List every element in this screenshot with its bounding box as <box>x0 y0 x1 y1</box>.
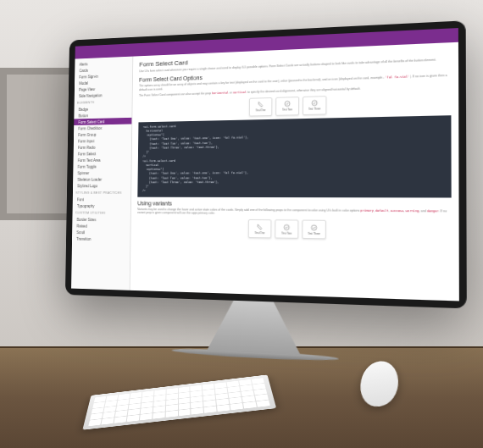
room-background: AlertsCardsForm Sign-inModalPage ViewSid… <box>0 0 483 448</box>
card-label: Test One <box>255 231 265 235</box>
sidebar-item-skeleton-loader[interactable]: Skeleton Loader <box>73 176 130 183</box>
code-block: <wi-form-select-card horizontal :options… <box>137 115 451 197</box>
monitor-bezel: AlertsCardsForm Sign-inModalPage ViewSid… <box>65 20 467 308</box>
monitor-stand <box>187 299 321 357</box>
svg-point-3 <box>312 225 317 230</box>
card-label: Test Three <box>308 108 320 111</box>
key <box>88 419 101 426</box>
check-icon <box>283 224 290 230</box>
key <box>165 411 177 418</box>
card-label: Test One <box>256 108 266 112</box>
sidebar-item-transition[interactable]: Transition <box>72 235 130 243</box>
vial-icon <box>258 101 264 108</box>
app-body: AlertsCardsForm Sign-inModalPage ViewSid… <box>71 42 459 301</box>
select-card-test-three[interactable]: Test Three <box>303 96 326 115</box>
card-label: Test Three <box>308 232 319 235</box>
key <box>217 405 230 412</box>
key <box>257 401 270 407</box>
inline-code: success <box>391 208 404 212</box>
inline-code: warning <box>406 209 419 213</box>
inline-code: horizontal <box>212 91 229 95</box>
vial-icon <box>257 224 264 230</box>
variants-desc: Variants may be used to change the hover… <box>137 207 452 218</box>
screen: AlertsCardsForm Sign-inModalPage ViewSid… <box>71 28 459 301</box>
select-card-test-two[interactable]: Test Two <box>275 220 298 240</box>
key <box>192 407 204 414</box>
check-icon <box>310 224 317 231</box>
imac-monitor: AlertsCardsForm Sign-inModalPage ViewSid… <box>64 20 467 363</box>
sidebar: AlertsCardsForm Sign-inModalPage ViewSid… <box>71 57 133 290</box>
select-card-test-one[interactable]: Test One <box>248 219 272 238</box>
select-card-test-one[interactable]: Test One <box>249 97 273 117</box>
check-icon <box>311 100 318 107</box>
svg-point-2 <box>284 224 289 230</box>
inline-code: primary <box>360 208 374 212</box>
key <box>126 415 139 422</box>
key <box>101 418 114 424</box>
variants-heading: Using variants <box>137 200 452 207</box>
key <box>204 407 217 413</box>
inline-code: vertical <box>233 91 247 94</box>
card-label: Test Two <box>281 231 291 235</box>
select-card-test-three[interactable]: Test Three <box>302 220 326 240</box>
svg-point-1 <box>312 101 317 106</box>
select-card-test-two[interactable]: Test Two <box>275 97 299 116</box>
key <box>243 401 257 408</box>
variant-cards-row: Test OneTest TwoTest Three <box>137 218 452 241</box>
card-label: Test Two <box>282 108 292 111</box>
sidebar-item-stylized-logo[interactable]: Stylized Logo <box>73 182 130 189</box>
sidebar-group-label: STYLING & BEST PRACTICES <box>73 189 130 196</box>
inline-code: 'fal fa-vial' <box>385 75 409 79</box>
key <box>114 417 126 423</box>
main-content: Form Select Card Use Ui's form select ca… <box>130 42 459 301</box>
key <box>230 403 244 410</box>
inline-code: default <box>375 208 389 212</box>
room-window <box>0 68 76 220</box>
inline-code: danger <box>427 209 439 213</box>
key <box>140 413 153 420</box>
check-icon <box>284 100 291 107</box>
svg-point-0 <box>285 101 290 106</box>
key <box>153 412 165 418</box>
key <box>179 409 191 416</box>
